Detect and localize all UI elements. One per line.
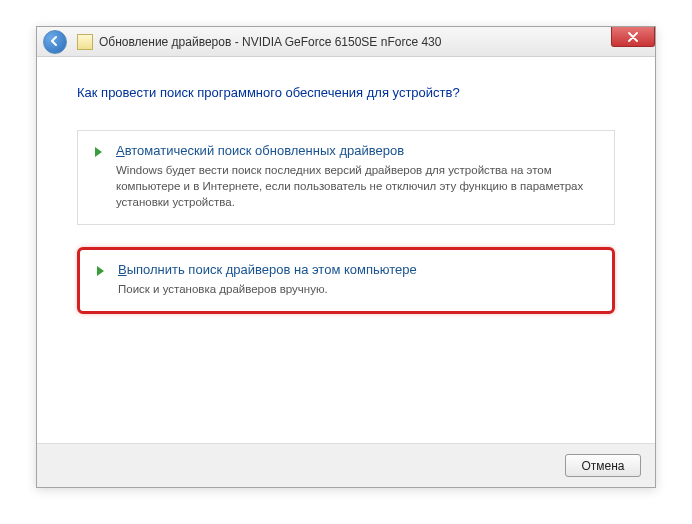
close-button[interactable]	[611, 27, 655, 47]
footer: Отмена	[37, 443, 655, 487]
device-icon	[77, 34, 93, 50]
arrow-right-icon	[92, 145, 106, 163]
option-manual-title: Выполнить поиск драйверов на этом компью…	[118, 262, 598, 277]
content-area: Как провести поиск программного обеспече…	[37, 57, 655, 346]
option-manual-desc: Поиск и установка драйверов вручную.	[118, 281, 598, 297]
option-auto-search[interactable]: Автоматический поиск обновленных драйвер…	[77, 130, 615, 225]
back-button[interactable]	[43, 30, 67, 54]
arrow-right-icon	[94, 264, 108, 282]
cancel-button[interactable]: Отмена	[565, 454, 641, 477]
option-auto-body: Автоматический поиск обновленных драйвер…	[116, 143, 600, 210]
back-arrow-icon	[49, 33, 61, 51]
option-auto-desc: Windows будет вести поиск последних верс…	[116, 162, 600, 210]
driver-update-window: Обновление драйверов - NVIDIA GeForce 61…	[36, 26, 656, 488]
titlebar: Обновление драйверов - NVIDIA GeForce 61…	[37, 27, 655, 57]
option-manual-search[interactable]: Выполнить поиск драйверов на этом компью…	[77, 247, 615, 314]
option-manual-body: Выполнить поиск драйверов на этом компью…	[118, 262, 598, 297]
close-icon	[628, 28, 638, 46]
option-auto-title: Автоматический поиск обновленных драйвер…	[116, 143, 600, 158]
page-heading: Как провести поиск программного обеспече…	[77, 85, 615, 100]
window-title: Обновление драйверов - NVIDIA GeForce 61…	[99, 35, 441, 49]
